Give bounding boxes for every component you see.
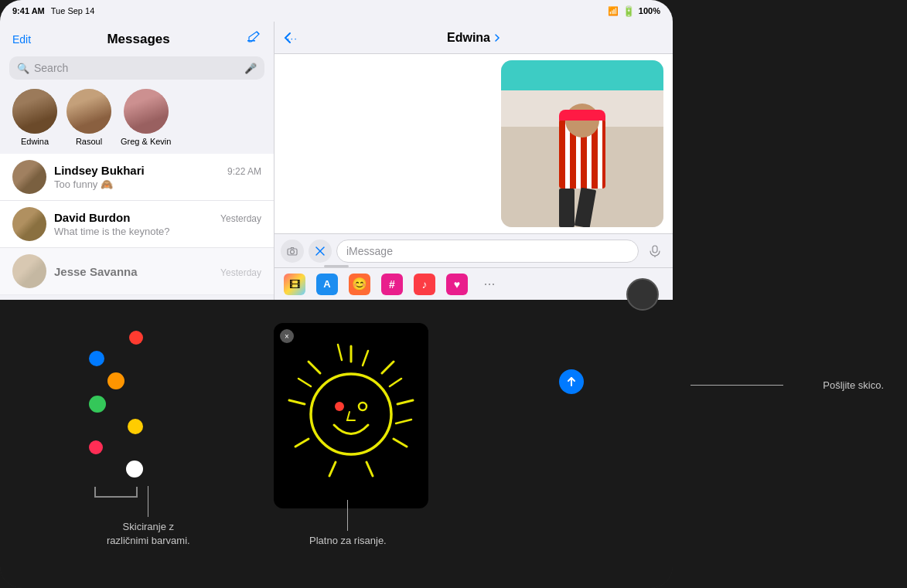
pinned-name-edwina: Edwina bbox=[21, 137, 49, 146]
drawing-canvas[interactable]: × bbox=[274, 323, 428, 508]
conv-info-david: David Burdon Yesterday What time is the … bbox=[54, 211, 261, 238]
annotation-line-send bbox=[690, 385, 783, 386]
status-time: 9:41 AM bbox=[12, 6, 45, 15]
camera-button[interactable] bbox=[281, 240, 304, 263]
palette-row-yellow bbox=[89, 419, 143, 434]
memoji-app-icon[interactable]: 😊 bbox=[349, 274, 370, 295]
conv-time-lindsey: 9:22 AM bbox=[227, 166, 261, 177]
conv-name-david: David Burdon bbox=[54, 211, 130, 224]
search-input[interactable]: Search bbox=[34, 62, 240, 74]
conv-info-lindsey: Lindsey Bukhari 9:22 AM Too funny 🙈 bbox=[54, 164, 261, 191]
color-swatch-yellow[interactable] bbox=[128, 419, 143, 434]
conv-name-row-david: David Burdon Yesterday bbox=[54, 211, 261, 224]
pull-indicator bbox=[324, 265, 349, 267]
pinned-name-greg: Greg & Kevin bbox=[121, 137, 171, 146]
chat-input-field[interactable]: iMessage bbox=[336, 240, 639, 263]
appstore-button[interactable] bbox=[309, 240, 332, 263]
conv-time-david: Yesterday bbox=[220, 213, 261, 224]
conv-time-jesse: Yesterday bbox=[220, 267, 261, 278]
compose-button[interactable] bbox=[246, 29, 261, 49]
color-swatch-pink[interactable] bbox=[89, 440, 103, 454]
color-swatch-white[interactable] bbox=[126, 461, 143, 478]
conv-name-lindsey: Lindsey Bukhari bbox=[54, 164, 145, 177]
battery-percent: 100% bbox=[639, 6, 660, 15]
conv-info-jesse: Jesse Savanna Yesterday bbox=[54, 265, 261, 278]
canvas-close-button[interactable]: × bbox=[280, 329, 294, 343]
avatar-jesse bbox=[12, 254, 46, 288]
conv-item-jesse[interactable]: Jesse Savanna Yesterday bbox=[0, 248, 274, 295]
palette-row-white bbox=[89, 461, 143, 478]
audio-button[interactable] bbox=[643, 240, 667, 263]
send-area bbox=[559, 369, 584, 394]
ipad-frame: 9:41 AM Tue Sep 14 📶 🔋 100% Edit Message… bbox=[0, 0, 673, 588]
svg-point-6 bbox=[335, 402, 344, 411]
send-sketch-button[interactable] bbox=[559, 369, 584, 394]
avatar-greg bbox=[124, 89, 169, 134]
messages-app: Edit Messages 🔍 Search 🎤 bbox=[0, 22, 673, 300]
home-button[interactable] bbox=[626, 278, 659, 311]
sun-drawing bbox=[281, 338, 421, 501]
color-swatch-red[interactable] bbox=[129, 331, 143, 345]
pinned-contact-edwina[interactable]: Edwina bbox=[12, 89, 57, 146]
palette-row-pink bbox=[89, 440, 143, 454]
avatar-rasoul bbox=[66, 89, 111, 134]
wifi-icon: 📶 bbox=[608, 6, 619, 16]
conv-item-david[interactable]: David Burdon Yesterday What time is the … bbox=[0, 201, 274, 248]
search-bar[interactable]: 🔍 Search 🎤 bbox=[9, 56, 264, 80]
avatar-edwina bbox=[12, 89, 57, 134]
battery-icon: 🔋 bbox=[622, 5, 635, 17]
palette-row-blue bbox=[89, 351, 143, 366]
color-palette bbox=[89, 331, 143, 498]
edit-button[interactable]: Edit bbox=[12, 33, 31, 46]
palette-bracket bbox=[94, 487, 138, 498]
send-sketch-annotation: Pošljite skico. bbox=[823, 379, 884, 393]
chat-header: ··· Edwina bbox=[274, 22, 673, 54]
color-swatch-blue[interactable] bbox=[89, 351, 104, 366]
pinned-contacts: Edwina Rasoul Greg & Kevin bbox=[0, 86, 274, 154]
chat-messages bbox=[274, 54, 673, 233]
heart-app-icon[interactable]: ♥ bbox=[446, 274, 468, 295]
search-icon: 🔍 bbox=[17, 63, 29, 74]
svg-point-2 bbox=[291, 250, 295, 253]
sidebar: Edit Messages 🔍 Search 🎤 bbox=[0, 22, 274, 300]
avatar-david bbox=[12, 207, 46, 241]
sidebar-title: Messages bbox=[31, 32, 246, 47]
palette-row-red bbox=[89, 331, 143, 345]
photos-app-icon[interactable]: 🎞 bbox=[284, 274, 305, 295]
chat-area: ··· Edwina bbox=[274, 22, 673, 300]
conversation-list: Lindsey Bukhari 9:22 AM Too funny 🙈 Davi… bbox=[0, 154, 274, 300]
dots-icon: ··· bbox=[287, 32, 298, 43]
color-swatch-orange[interactable] bbox=[107, 372, 124, 389]
sidebar-header: Edit Messages bbox=[0, 22, 274, 53]
pinned-contact-rasoul[interactable]: Rasoul bbox=[66, 89, 111, 146]
palette-row-green bbox=[89, 396, 143, 413]
app-icons-bar: 🎞 A 😊 # ♪ ♥ ··· bbox=[274, 267, 673, 300]
svg-point-5 bbox=[311, 374, 391, 454]
conv-name-row-lindsey: Lindsey Bukhari 9:22 AM bbox=[54, 164, 261, 177]
svg-rect-3 bbox=[653, 246, 657, 253]
contact-name-text: Edwina bbox=[447, 31, 490, 45]
drawing-area: × bbox=[0, 300, 673, 588]
music-app-icon[interactable]: ♪ bbox=[414, 274, 435, 295]
photo-message bbox=[501, 60, 663, 227]
avatar-lindsey bbox=[12, 160, 46, 194]
conv-preview-lindsey: Too funny 🙈 bbox=[54, 178, 113, 190]
hashtag-app-icon[interactable]: # bbox=[381, 274, 403, 295]
chat-input-bar: iMessage bbox=[274, 233, 673, 267]
chat-contact-name: Edwina bbox=[447, 31, 500, 45]
conv-preview-david: What time is the keynote? bbox=[54, 226, 170, 237]
conv-name-row-jesse: Jesse Savanna Yesterday bbox=[54, 265, 261, 278]
more-apps-icon[interactable]: ··· bbox=[479, 274, 500, 295]
palette-row-orange bbox=[89, 372, 143, 389]
send-sketch-label: Pošljite skico. bbox=[823, 379, 884, 393]
conv-name-jesse: Jesse Savanna bbox=[54, 265, 138, 278]
pinned-name-rasoul: Rasoul bbox=[76, 137, 102, 146]
conv-item-lindsey[interactable]: Lindsey Bukhari 9:22 AM Too funny 🙈 bbox=[0, 154, 274, 201]
imessage-placeholder: iMessage bbox=[346, 245, 393, 257]
color-swatch-green[interactable] bbox=[89, 396, 106, 413]
appstore-app-icon[interactable]: A bbox=[316, 274, 338, 295]
pinned-contact-greg[interactable]: Greg & Kevin bbox=[121, 89, 171, 146]
mic-icon: 🎤 bbox=[244, 63, 257, 74]
svg-point-7 bbox=[359, 403, 367, 410]
status-bar: 9:41 AM Tue Sep 14 📶 🔋 100% bbox=[0, 0, 673, 22]
